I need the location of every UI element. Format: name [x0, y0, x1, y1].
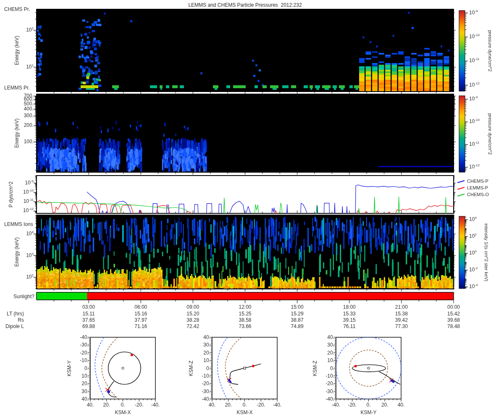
- colorbar-1-tick-label: 10-12: [469, 164, 480, 170]
- pressure-y-axis-tick-label: 10-12: [23, 207, 34, 213]
- orbit-y-tick: -30.: [326, 388, 334, 394]
- orbit-ylabel-2: KSM-Z: [312, 360, 318, 376]
- legend-swatches: [457, 181, 465, 196]
- legend-entry-lemms-p: LEMMS-P: [467, 185, 488, 191]
- sunlight-bar: [37, 292, 454, 300]
- chems-y-axis-tick-label: 102: [26, 27, 34, 33]
- row-value: 39.68: [437, 317, 470, 323]
- orbit-y-tick: 10.: [327, 357, 334, 363]
- ions-y-axis-tick-label: 104: [26, 231, 34, 236]
- orbit-y-tick: 20.: [81, 381, 89, 386]
- pressure-y-axis-label: P dyn/cm^2: [8, 181, 14, 207]
- colorbar-2: [459, 216, 468, 289]
- row-value: 38.87: [281, 317, 314, 323]
- colorbar-1-tick-label: 10-11: [469, 141, 479, 147]
- orbit-y-tick: -40.: [202, 396, 210, 402]
- orbit-y-tick: -40.: [326, 396, 334, 402]
- ions-y-axis-label: Energy (keV): [14, 237, 20, 267]
- row-value: 38.58: [228, 317, 262, 323]
- orbit-xlabel-0: KSM-X: [106, 410, 140, 415]
- orbit-y-tick: 20.: [327, 350, 334, 356]
- time-tick-label: 06:00: [124, 304, 158, 310]
- pressure-y-axis-tick-label: 10-9: [25, 180, 34, 186]
- trajectory-start-marker: [252, 365, 255, 368]
- plot-page: LEMMS and CHEMS Particle Pressures 2012:…: [0, 0, 504, 420]
- row-value: 15.20: [176, 311, 210, 317]
- orbit-x-tick: -40.: [260, 402, 294, 408]
- time-tick-label: 21:00: [385, 304, 418, 310]
- pressure-y-axis-tick-label: 10-10: [23, 189, 34, 195]
- orbit-y-tick: 30.: [203, 342, 210, 348]
- chems-y-axis-tick-label: 101: [26, 64, 34, 70]
- orbit-x-tick: -40.: [139, 402, 172, 408]
- orbit-y-tick: -40.: [80, 334, 89, 340]
- row-value: 77.30: [385, 323, 418, 329]
- orbit-y-tick: -30.: [80, 342, 89, 348]
- row-value: 38.28: [176, 317, 210, 323]
- orbit-y-tick: -10.: [202, 373, 210, 379]
- chems-y-axis-label: Energy (keV): [14, 36, 20, 65]
- orbit-y-tick: 40.: [81, 396, 89, 402]
- lemms-y-axis-tick-label: 300.: [24, 113, 34, 118]
- spacecraft-position-marker: [107, 390, 110, 393]
- orbit-xlabel-1: KSM-X: [228, 410, 262, 415]
- orbit-y-tick: 0.: [84, 365, 89, 371]
- time-axis: [54, 300, 454, 303]
- colorbar-0-tick-label: 10-9: [469, 10, 478, 16]
- row-value: 78.48: [437, 323, 470, 329]
- orbit-y-tick: -10.: [326, 373, 334, 379]
- row-value: 37.65: [72, 317, 105, 323]
- orbit-y-tick: 0.: [330, 365, 334, 371]
- pressure-line-plot: [37, 176, 454, 214]
- orbit-y-tick: -20.: [202, 381, 210, 386]
- orbit-y-tick: -10.: [80, 357, 89, 363]
- time-tick-label: 18:00: [333, 304, 366, 310]
- sunlight-label: Sunlight?: [0, 294, 34, 299]
- row-value: 15.33: [333, 311, 366, 317]
- trajectory-start-marker: [131, 354, 133, 356]
- orbit-y-tick: -20.: [80, 350, 89, 356]
- row-value: 15.25: [228, 311, 262, 317]
- colorbar3-label: intensity 1/(s cm^2 ster keV): [483, 223, 489, 281]
- orbit-xlabel-2: KSM-Y: [352, 410, 386, 415]
- colorbar-0-tick-label: 10-12: [469, 82, 480, 88]
- orbit-x-tick: 40.: [384, 402, 418, 408]
- legend-entry-chems-p: CHEMS-P: [467, 178, 488, 184]
- panel-label-lemms: LEMMS Pr.: [4, 85, 30, 91]
- orbit-y-tick: 10.: [203, 357, 210, 363]
- row-value: 76.11: [333, 323, 366, 329]
- orbit-plot-0: [88, 337, 155, 402]
- legend-entry-chems-o: CHEMS-O: [467, 192, 489, 197]
- orbit-ylabel-1: KSM-Z: [188, 360, 194, 376]
- pressure-y-axis: [34, 176, 456, 213]
- lemms-y-axis-tick-label: 200.: [24, 122, 34, 128]
- ions-y-axis-tick-label: 103: [26, 252, 34, 258]
- panel-label-chems: CHEMS Pr.: [4, 6, 30, 12]
- colorbar-1: [459, 96, 468, 172]
- panel-label-ions: LEMMS Ions: [4, 221, 33, 227]
- orbit-plot-1: [210, 337, 277, 402]
- colorbar-0-tick-label: 10-10: [469, 34, 480, 39]
- lemms-ions-spectrogram: [37, 215, 454, 289]
- ions-y-axis-tick-label: 102: [26, 274, 34, 280]
- trajectory-start-marker: [354, 365, 357, 368]
- time-tick-label: 15:00: [281, 304, 314, 310]
- row-value: 15.38: [385, 311, 418, 317]
- row-label: LT (hrs): [7, 311, 24, 317]
- colorbar-0: [459, 10, 468, 91]
- row-value: 15.16: [124, 311, 158, 317]
- orbit-y-tick: -20.: [326, 381, 334, 386]
- colorbar1-label: pressure dyne/cm^2: [487, 30, 493, 72]
- time-tick-label: 00:00: [437, 304, 470, 310]
- orbit-y-tick: 40.: [203, 334, 210, 340]
- lemms-pressure-spectrogram: [37, 94, 454, 172]
- colorbar-2-tick-label: 100: [469, 250, 477, 256]
- time-tick-label: 12:00: [228, 304, 262, 310]
- row-label: Dipole L: [5, 323, 24, 329]
- lemms-y-axis-label: Energy (keV): [14, 118, 20, 148]
- time-tick-label: 09:00: [176, 304, 210, 310]
- row-value: 15.29: [281, 311, 314, 317]
- orbit-y-tick: 30.: [327, 342, 334, 348]
- plot-title: LEMMS and CHEMS Particle Pressures 2012:…: [37, 2, 454, 8]
- row-value: 39.42: [385, 317, 418, 323]
